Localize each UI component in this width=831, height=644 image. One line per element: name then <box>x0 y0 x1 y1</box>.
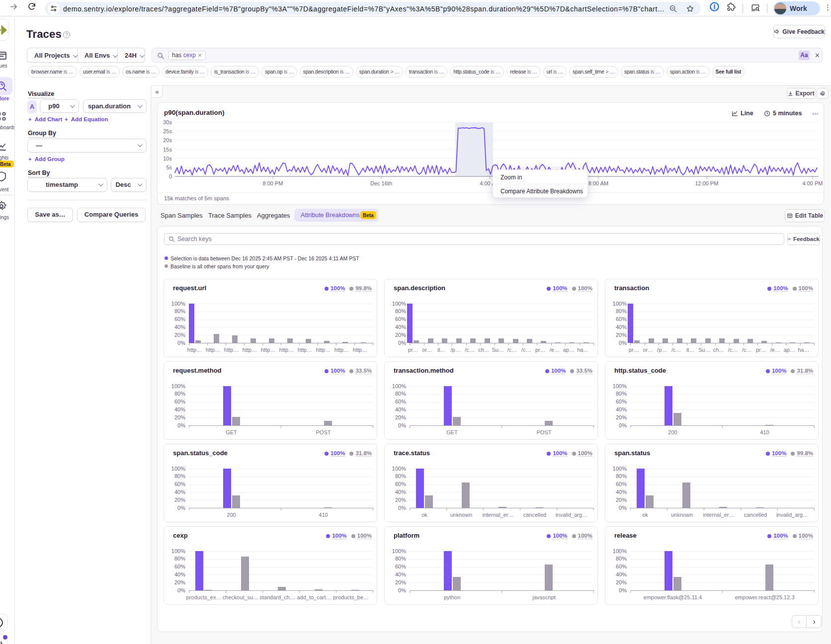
svg-text:5s: 5s <box>166 164 172 170</box>
svg-text:25s: 25s <box>163 128 172 134</box>
svg-text:4:00 PM: 4:00 PM <box>803 180 823 186</box>
svg-text:12:00 PM: 12:00 PM <box>695 180 718 186</box>
svg-text:0: 0 <box>169 173 172 179</box>
svg-text:Dec 16th: Dec 16th <box>370 180 392 186</box>
svg-text:8:00 PM: 8:00 PM <box>263 180 283 186</box>
svg-text:15s: 15s <box>163 147 172 153</box>
svg-text:8:00 AM: 8:00 AM <box>588 180 608 186</box>
svg-text:30s: 30s <box>163 119 172 125</box>
svg-text:10s: 10s <box>163 156 172 161</box>
svg-text:20s: 20s <box>163 137 172 143</box>
